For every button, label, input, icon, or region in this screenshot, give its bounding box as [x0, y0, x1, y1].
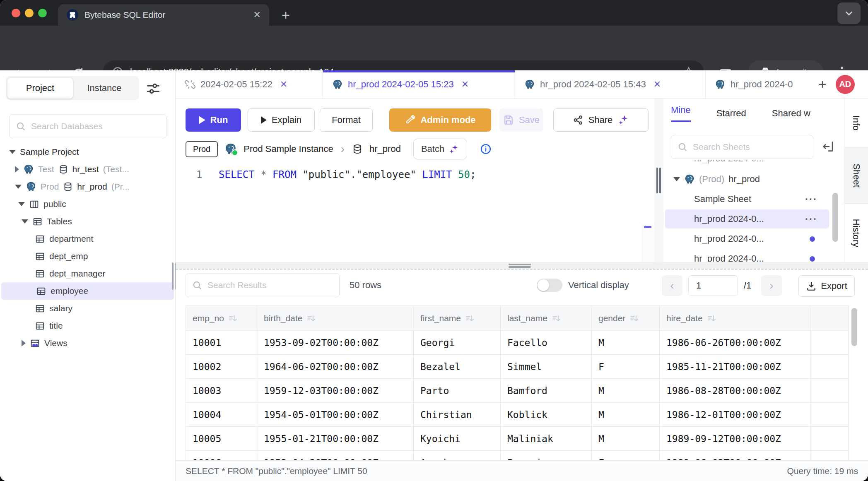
sort-icon[interactable] — [228, 314, 237, 323]
close-tab-icon[interactable]: ✕ — [280, 79, 287, 90]
editor-tab-4[interactable]: hr_prod 2024-0 — [706, 70, 812, 98]
tree-item-hr-prod[interactable]: Prod hr_prod (Pr... — [0, 178, 175, 195]
sheet-item[interactable]: Sample Sheet ··· — [663, 190, 829, 209]
explain-button[interactable]: Explain — [248, 108, 315, 132]
cell[interactable]: F — [592, 451, 660, 460]
instance-name[interactable]: Prod Sample Instance — [244, 144, 333, 154]
caret-down-icon[interactable] — [9, 150, 16, 154]
cell[interactable]: M — [592, 331, 660, 355]
page-number-input[interactable] — [688, 275, 738, 296]
cell[interactable]: 10005 — [186, 427, 257, 451]
splitter-handle[interactable] — [656, 168, 662, 195]
run-button[interactable]: Run — [186, 108, 241, 132]
sort-icon[interactable] — [629, 314, 639, 323]
cell[interactable]: 1989-06-02T00:00:00Z — [660, 451, 810, 460]
sql-code-editor[interactable]: 1 SELECT * FROM "public"."employee" LIMI… — [176, 161, 642, 262]
cell[interactable]: Georgi — [414, 331, 501, 355]
rail-tab-sheet[interactable]: Sheet — [844, 147, 868, 204]
tab-starred[interactable]: Starred — [716, 108, 746, 119]
column-header[interactable]: hire_date — [660, 306, 810, 331]
browser-tab[interactable]: Bytebase SQL Editor ✕ — [58, 4, 269, 26]
table-row-partial[interactable]: 10006 1953-04-20T00:00:00Z Anneke Preusi… — [186, 451, 849, 460]
database-name[interactable]: hr_prod — [369, 144, 401, 154]
user-avatar[interactable]: AD — [836, 75, 855, 94]
column-header[interactable]: emp_no — [186, 306, 257, 331]
cell[interactable]: Preusig — [501, 451, 592, 460]
minimize-window-button[interactable] — [25, 9, 34, 17]
sheet-item-partial[interactable]: hr_prod 2024-0... — [663, 249, 829, 262]
search-results-input[interactable] — [207, 280, 333, 291]
cell[interactable]: Parto — [414, 379, 501, 403]
new-tab-button[interactable]: + — [277, 6, 295, 24]
cell[interactable]: 10002 — [186, 355, 257, 379]
cell[interactable]: 10004 — [186, 403, 257, 427]
caret-right-icon[interactable] — [22, 340, 26, 346]
window-chevron-button[interactable] — [837, 2, 861, 24]
sort-icon[interactable] — [707, 314, 716, 323]
column-header[interactable]: gender — [592, 306, 660, 331]
cell[interactable]: F — [592, 355, 660, 379]
admin-mode-button[interactable]: Admin mode — [389, 108, 491, 132]
editor-tab-2-active[interactable]: hr_prod 2024-02-05 15:23 ✕ — [323, 70, 515, 98]
cell[interactable]: Anneke — [414, 451, 501, 460]
close-tab-icon[interactable]: ✕ — [253, 10, 261, 20]
cell[interactable]: 1964-06-02T00:00:00Z — [257, 355, 414, 379]
tab-mine[interactable]: Mine — [671, 105, 691, 122]
cell[interactable]: M — [592, 403, 660, 427]
column-header[interactable]: birth_date — [257, 306, 414, 331]
next-page-button[interactable]: › — [761, 275, 782, 296]
info-icon[interactable] — [480, 143, 492, 155]
tree-item-table-dept-manager[interactable]: dept_manager — [0, 265, 175, 282]
tab-instance[interactable]: Instance — [73, 78, 136, 99]
search-databases-input[interactable] — [30, 121, 160, 132]
table-row[interactable]: 10001 1953-09-02T00:00:00Z Georgi Facell… — [186, 331, 849, 355]
sheet-group-hr-prod[interactable]: (Prod) hr_prod — [663, 170, 829, 189]
search-sheets-input[interactable] — [692, 142, 807, 152]
cell[interactable]: Facello — [501, 331, 592, 355]
cell[interactable]: 1989-09-12T00:00:00Z — [660, 427, 810, 451]
cell[interactable]: 10006 — [186, 451, 257, 460]
cell[interactable]: Kyoichi — [414, 427, 501, 451]
tab-shared-with-me[interactable]: Shared w — [772, 108, 810, 119]
save-button[interactable]: Save — [499, 108, 543, 132]
results-search[interactable] — [186, 273, 340, 297]
caret-down-icon[interactable] — [22, 219, 28, 224]
cell[interactable]: 10003 — [186, 379, 257, 403]
tree-item-table-salary[interactable]: salary — [0, 300, 175, 317]
export-button[interactable]: Export — [798, 275, 855, 297]
rail-tab-history[interactable]: History — [844, 204, 868, 262]
table-row[interactable]: 10004 1954-05-01T00:00:00Z Chirstian Kob… — [186, 403, 849, 427]
cell[interactable]: 10001 — [186, 331, 257, 355]
table-row[interactable]: 10003 1959-12-03T00:00:00Z Parto Bamford… — [186, 379, 849, 403]
cell[interactable]: 1953-09-02T00:00:00Z — [257, 331, 414, 355]
cell[interactable]: M — [592, 427, 660, 451]
panel-splitter[interactable] — [654, 99, 663, 262]
sheet-item-menu-icon[interactable]: ··· — [805, 213, 817, 225]
tree-item-table-dept-emp[interactable]: dept_emp — [0, 248, 175, 265]
new-sheet-tab-button[interactable]: + — [812, 70, 833, 98]
close-window-button[interactable] — [12, 9, 20, 17]
cell[interactable]: Maliniak — [501, 427, 592, 451]
sheet-item[interactable]: hr_prod 2024-0... — [663, 229, 829, 248]
editor-tab-1[interactable]: 2024-02-05 15:22 ✕ — [176, 70, 323, 98]
sort-icon[interactable] — [306, 314, 316, 323]
maximize-window-button[interactable] — [38, 9, 47, 17]
table-row[interactable]: 10002 1964-06-02T00:00:00Z Bezalel Simme… — [186, 355, 849, 379]
caret-down-icon[interactable] — [15, 185, 22, 189]
rail-tab-info[interactable]: Info — [844, 99, 868, 147]
sheet-item-menu-icon[interactable]: ··· — [805, 193, 817, 205]
editor-tab-3[interactable]: hr_prod 2024-02-05 15:43 ✕ — [515, 70, 706, 98]
sort-icon[interactable] — [465, 314, 474, 323]
cell[interactable]: 1954-05-01T00:00:00Z — [257, 403, 414, 427]
cell[interactable]: 1985-11-21T00:00:00Z — [660, 355, 810, 379]
cell[interactable]: 1953-04-20T00:00:00Z — [257, 451, 414, 460]
tab-project[interactable]: Project — [7, 78, 73, 99]
database-search[interactable] — [9, 114, 166, 138]
import-sheet-button[interactable] — [822, 140, 835, 153]
close-tab-icon[interactable]: ✕ — [461, 79, 469, 90]
tree-item-table-title[interactable]: title — [0, 317, 175, 334]
sheet-search[interactable] — [671, 135, 813, 159]
tree-item-views-group[interactable]: Views — [0, 334, 175, 352]
column-header[interactable]: last_name — [501, 306, 592, 331]
results-scrollbar[interactable] — [851, 308, 857, 346]
